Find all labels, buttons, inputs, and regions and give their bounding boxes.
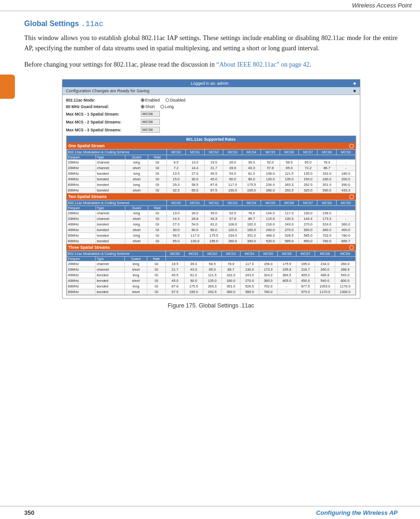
mcs1-row: Max MCS - 1 Spatial Stream: MCS8	[66, 111, 356, 117]
guard-row: 80 MHz Guard Interval: Short Long	[66, 104, 356, 109]
footer-page-number: 350	[24, 509, 34, 516]
stream3-header: Three Spatial Streams ◯	[67, 244, 356, 251]
mcs3-select[interactable]: MCS8	[141, 127, 160, 133]
table-row: 40MHzbondedlongGI40.581.0121.5162.0243.0…	[67, 273, 355, 278]
mcs2-row: Max MCS - 2 Spatial Streams: MCS8	[66, 119, 356, 125]
main-content: Global Settings .11ac This window allows…	[0, 11, 420, 327]
page-header: Wireless Access Point	[0, 0, 420, 11]
figure-container: Logged in as: admin ■ Configuration Chan…	[24, 79, 398, 309]
mcs1-select[interactable]: MCS8	[141, 111, 160, 117]
table-row: 80MHzbondedlongGI29.358.587.8117.0175.52…	[67, 182, 355, 188]
stream1-table: 802.11ac Modulation & Coding Scheme MCS0…	[67, 149, 356, 193]
table-row: 40MHzbondedlongGI27.054.081.0108.0162.02…	[67, 222, 355, 227]
stream1-section: One Spatial Stream ◯ 802.11ac Modulation…	[67, 143, 356, 193]
enabled-radio[interactable]	[141, 98, 145, 102]
table-row: 40MHzbondedshortGI30.060.090.0120.0180.0…	[67, 227, 355, 233]
mcs2-select[interactable]: MCS8	[141, 119, 160, 125]
table-row: 80MHzbondedlongGI87.8175.5263.3351.0526.…	[67, 284, 355, 289]
stream3-section: Three Spatial Streams ◯ 802.11ac Modulat…	[67, 244, 356, 295]
stream2-table: 802.11ac Modulation & Coding Scheme MCS0…	[67, 200, 356, 244]
figure-caption: Figure 175. Global Settings .11ac	[168, 302, 255, 309]
mcs3-row: Max MCS - 3 Spatial Streams: MCS8	[66, 127, 356, 133]
table-row: 20MHzchannellongGI19.539.058.578.0117.01…	[67, 261, 355, 267]
table-row: 20MHzchannelshortGI14.428.843.357.886.71…	[67, 216, 355, 222]
rates-section: 801.11ac Supported Rates One Spatial Str…	[66, 136, 356, 295]
section-heading: Global Settings .11ac	[24, 20, 398, 28]
table-row: 20MHzchannelshortGI7.214.421.728.943.357…	[67, 165, 355, 171]
table-row: 40MHzbondedlongGI13.527.040.554.081.0108…	[67, 171, 355, 177]
table-row: 20MHzchannellongGI6.513.019.526.039.052.…	[67, 160, 355, 165]
table-row: 80MHzbondedlongGI58.5117.0175.5234.0351.…	[67, 233, 355, 239]
footer-section-title: Configuring the Wireless AP	[316, 509, 398, 516]
table-row: 40MHzbondedshortGI45.090.0135.0180.0270.…	[67, 278, 355, 284]
header-title: Wireless Access Point	[352, 2, 412, 9]
body-paragraph-1: This window allows you to establish glob…	[24, 33, 398, 53]
page-footer: 350 Configuring the Wireless AP	[0, 506, 420, 519]
table-row: 80MHzbondedshortGI32.565.097.5130.0195.0…	[67, 188, 355, 193]
table-row: 20MHzchannellongGI13.026.039.052.078.010…	[67, 211, 355, 216]
table-row: 20MHzchannelshortGI21.743.365.086.7130.0…	[67, 267, 355, 273]
mode-row: 802.11ac Mode: Enabled Disabled	[66, 98, 356, 102]
screenshot-titlebar: Logged in as: admin ■	[62, 80, 360, 87]
table-row: 40MHzbondedshortGI15.030.045.060.090.012…	[67, 177, 355, 182]
stream1-header: One Spatial Stream ◯	[67, 143, 356, 149]
table-row: 80MHzbondedshortGI97.5195.0292.5390.0585…	[67, 289, 355, 295]
screenshot: Logged in as: admin ■ Configuration Chan…	[62, 79, 360, 299]
stream2-header: Two Spatial Streams ◯	[67, 193, 356, 200]
short-radio[interactable]	[141, 105, 145, 109]
disabled-radio[interactable]	[165, 98, 169, 102]
screenshot-savebar: Configuration Changes are Ready for Savi…	[62, 87, 360, 95]
table-row: 80MHzbondedshortGI65.0130.0195.0260.0390…	[67, 239, 355, 244]
body-paragraph-2: Before changing your settings for 802.11…	[24, 60, 398, 70]
screenshot-body: 802.11ac Mode: Enabled Disabled	[62, 95, 360, 298]
rates-title: 801.11ac Supported Rates	[67, 136, 356, 143]
stream2-section: Two Spatial Streams ◯ 802.11ac Modulatio…	[67, 193, 356, 244]
stream3-table: 802.11ac Modulation & Coding Scheme MCS0…	[67, 251, 356, 295]
long-radio[interactable]	[160, 105, 164, 109]
about-link[interactable]: “About IEEE 802.11ac” on page 42	[216, 61, 310, 68]
